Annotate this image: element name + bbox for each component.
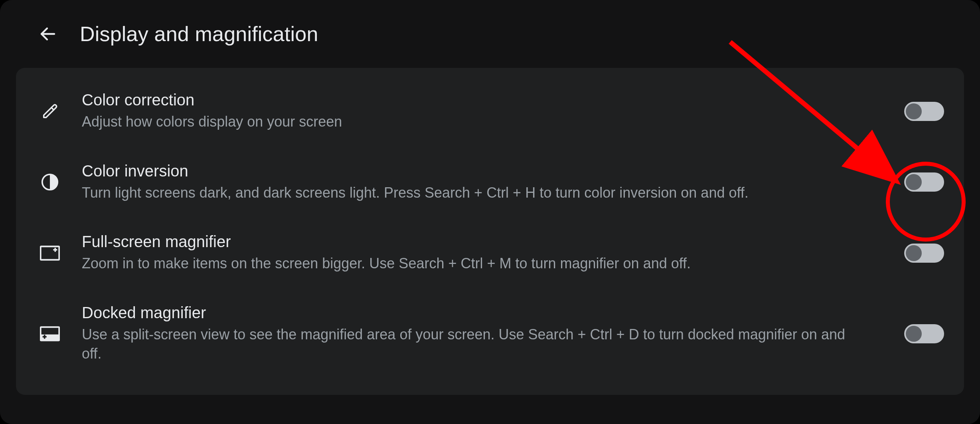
row-color-correction[interactable]: Color correction Adjust how colors displ… — [16, 76, 964, 147]
back-button[interactable] — [36, 22, 60, 46]
row-title: Full-screen magnifier — [82, 233, 868, 251]
toggle-knob — [906, 174, 922, 190]
row-docked-magnifier[interactable]: Docked magnifier Use a split-screen view… — [16, 289, 964, 379]
row-title: Docked magnifier — [82, 304, 868, 322]
row-text: Color inversion Turn light screens dark,… — [82, 162, 884, 203]
row-title: Color correction — [82, 91, 868, 109]
toggle-knob — [906, 326, 922, 342]
eyedropper-icon — [38, 99, 62, 123]
row-text: Color correction Adjust how colors displ… — [82, 91, 884, 132]
toggle-knob — [906, 245, 922, 261]
contrast-icon — [38, 170, 62, 194]
toggle-color-inversion[interactable] — [904, 172, 944, 192]
header-bar: Display and magnification — [0, 0, 980, 68]
toggle-color-correction[interactable] — [904, 102, 944, 121]
row-fullscreen-magnifier[interactable]: Full-screen magnifier Zoom in to make it… — [16, 218, 964, 289]
row-desc: Use a split-screen view to see the magni… — [82, 325, 868, 364]
row-desc: Adjust how colors display on your screen — [82, 112, 868, 132]
fullscreen-magnifier-icon — [38, 241, 62, 265]
row-desc: Zoom in to make items on the screen bigg… — [82, 254, 868, 273]
row-title: Color inversion — [82, 162, 868, 180]
toggle-fullscreen-magnifier[interactable] — [904, 244, 944, 263]
toggle-knob — [906, 103, 922, 119]
row-text: Full-screen magnifier Zoom in to make it… — [82, 233, 884, 273]
svg-rect-2 — [41, 246, 59, 260]
page-title: Display and magnification — [80, 22, 318, 46]
row-color-inversion[interactable]: Color inversion Turn light screens dark,… — [16, 147, 964, 218]
row-desc: Turn light screens dark, and dark screen… — [82, 183, 868, 203]
docked-magnifier-icon — [38, 322, 62, 346]
toggle-docked-magnifier[interactable] — [904, 324, 944, 343]
arrow-left-icon — [38, 24, 57, 44]
row-text: Docked magnifier Use a split-screen view… — [82, 304, 884, 364]
settings-panel: Color correction Adjust how colors displ… — [16, 68, 964, 395]
